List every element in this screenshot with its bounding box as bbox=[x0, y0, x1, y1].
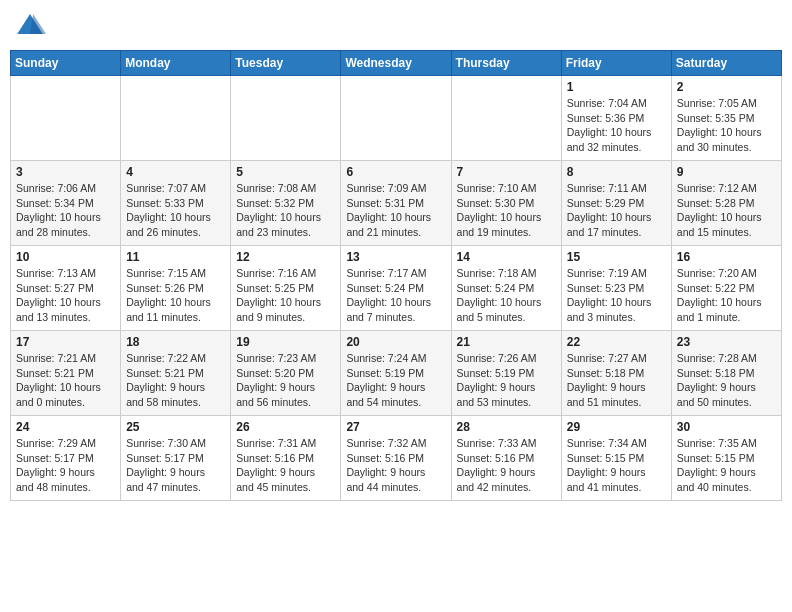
day-number: 18 bbox=[126, 335, 225, 349]
day-number: 5 bbox=[236, 165, 335, 179]
calendar-header-wednesday: Wednesday bbox=[341, 51, 451, 76]
calendar-cell: 17Sunrise: 7:21 AM Sunset: 5:21 PM Dayli… bbox=[11, 331, 121, 416]
day-info: Sunrise: 7:18 AM Sunset: 5:24 PM Dayligh… bbox=[457, 266, 556, 325]
day-number: 11 bbox=[126, 250, 225, 264]
day-number: 7 bbox=[457, 165, 556, 179]
day-number: 25 bbox=[126, 420, 225, 434]
calendar-cell: 29Sunrise: 7:34 AM Sunset: 5:15 PM Dayli… bbox=[561, 416, 671, 501]
day-number: 3 bbox=[16, 165, 115, 179]
day-number: 13 bbox=[346, 250, 445, 264]
day-number: 26 bbox=[236, 420, 335, 434]
day-info: Sunrise: 7:34 AM Sunset: 5:15 PM Dayligh… bbox=[567, 436, 666, 495]
calendar-week-4: 17Sunrise: 7:21 AM Sunset: 5:21 PM Dayli… bbox=[11, 331, 782, 416]
day-info: Sunrise: 7:06 AM Sunset: 5:34 PM Dayligh… bbox=[16, 181, 115, 240]
calendar-cell: 10Sunrise: 7:13 AM Sunset: 5:27 PM Dayli… bbox=[11, 246, 121, 331]
svg-marker-1 bbox=[30, 14, 46, 34]
day-number: 28 bbox=[457, 420, 556, 434]
day-number: 20 bbox=[346, 335, 445, 349]
day-number: 24 bbox=[16, 420, 115, 434]
day-number: 2 bbox=[677, 80, 776, 94]
calendar-cell: 26Sunrise: 7:31 AM Sunset: 5:16 PM Dayli… bbox=[231, 416, 341, 501]
day-number: 9 bbox=[677, 165, 776, 179]
calendar-cell: 27Sunrise: 7:32 AM Sunset: 5:16 PM Dayli… bbox=[341, 416, 451, 501]
calendar-cell bbox=[11, 76, 121, 161]
day-number: 29 bbox=[567, 420, 666, 434]
day-info: Sunrise: 7:08 AM Sunset: 5:32 PM Dayligh… bbox=[236, 181, 335, 240]
calendar-header-thursday: Thursday bbox=[451, 51, 561, 76]
day-number: 23 bbox=[677, 335, 776, 349]
day-info: Sunrise: 7:22 AM Sunset: 5:21 PM Dayligh… bbox=[126, 351, 225, 410]
calendar-header-row: SundayMondayTuesdayWednesdayThursdayFrid… bbox=[11, 51, 782, 76]
day-info: Sunrise: 7:23 AM Sunset: 5:20 PM Dayligh… bbox=[236, 351, 335, 410]
calendar-cell: 23Sunrise: 7:28 AM Sunset: 5:18 PM Dayli… bbox=[671, 331, 781, 416]
calendar-header-sunday: Sunday bbox=[11, 51, 121, 76]
day-number: 4 bbox=[126, 165, 225, 179]
calendar-cell: 28Sunrise: 7:33 AM Sunset: 5:16 PM Dayli… bbox=[451, 416, 561, 501]
day-number: 16 bbox=[677, 250, 776, 264]
day-info: Sunrise: 7:32 AM Sunset: 5:16 PM Dayligh… bbox=[346, 436, 445, 495]
day-number: 15 bbox=[567, 250, 666, 264]
day-number: 27 bbox=[346, 420, 445, 434]
day-number: 10 bbox=[16, 250, 115, 264]
calendar-cell: 24Sunrise: 7:29 AM Sunset: 5:17 PM Dayli… bbox=[11, 416, 121, 501]
day-info: Sunrise: 7:16 AM Sunset: 5:25 PM Dayligh… bbox=[236, 266, 335, 325]
day-info: Sunrise: 7:13 AM Sunset: 5:27 PM Dayligh… bbox=[16, 266, 115, 325]
calendar-cell: 19Sunrise: 7:23 AM Sunset: 5:20 PM Dayli… bbox=[231, 331, 341, 416]
calendar-cell: 1Sunrise: 7:04 AM Sunset: 5:36 PM Daylig… bbox=[561, 76, 671, 161]
day-info: Sunrise: 7:24 AM Sunset: 5:19 PM Dayligh… bbox=[346, 351, 445, 410]
calendar-cell bbox=[451, 76, 561, 161]
day-info: Sunrise: 7:04 AM Sunset: 5:36 PM Dayligh… bbox=[567, 96, 666, 155]
calendar-cell: 22Sunrise: 7:27 AM Sunset: 5:18 PM Dayli… bbox=[561, 331, 671, 416]
day-info: Sunrise: 7:09 AM Sunset: 5:31 PM Dayligh… bbox=[346, 181, 445, 240]
day-number: 14 bbox=[457, 250, 556, 264]
calendar-cell: 15Sunrise: 7:19 AM Sunset: 5:23 PM Dayli… bbox=[561, 246, 671, 331]
calendar-cell: 9Sunrise: 7:12 AM Sunset: 5:28 PM Daylig… bbox=[671, 161, 781, 246]
calendar-week-1: 1Sunrise: 7:04 AM Sunset: 5:36 PM Daylig… bbox=[11, 76, 782, 161]
calendar-cell: 30Sunrise: 7:35 AM Sunset: 5:15 PM Dayli… bbox=[671, 416, 781, 501]
calendar-table: SundayMondayTuesdayWednesdayThursdayFrid… bbox=[10, 50, 782, 501]
day-info: Sunrise: 7:17 AM Sunset: 5:24 PM Dayligh… bbox=[346, 266, 445, 325]
logo bbox=[14, 10, 50, 42]
calendar-cell: 6Sunrise: 7:09 AM Sunset: 5:31 PM Daylig… bbox=[341, 161, 451, 246]
calendar-cell bbox=[341, 76, 451, 161]
calendar-cell: 16Sunrise: 7:20 AM Sunset: 5:22 PM Dayli… bbox=[671, 246, 781, 331]
calendar-header-monday: Monday bbox=[121, 51, 231, 76]
calendar-header-friday: Friday bbox=[561, 51, 671, 76]
day-info: Sunrise: 7:21 AM Sunset: 5:21 PM Dayligh… bbox=[16, 351, 115, 410]
calendar-cell: 11Sunrise: 7:15 AM Sunset: 5:26 PM Dayli… bbox=[121, 246, 231, 331]
day-number: 12 bbox=[236, 250, 335, 264]
calendar-header-saturday: Saturday bbox=[671, 51, 781, 76]
day-number: 6 bbox=[346, 165, 445, 179]
day-number: 17 bbox=[16, 335, 115, 349]
day-number: 19 bbox=[236, 335, 335, 349]
day-info: Sunrise: 7:28 AM Sunset: 5:18 PM Dayligh… bbox=[677, 351, 776, 410]
calendar-week-3: 10Sunrise: 7:13 AM Sunset: 5:27 PM Dayli… bbox=[11, 246, 782, 331]
calendar-cell: 12Sunrise: 7:16 AM Sunset: 5:25 PM Dayli… bbox=[231, 246, 341, 331]
calendar-cell: 13Sunrise: 7:17 AM Sunset: 5:24 PM Dayli… bbox=[341, 246, 451, 331]
day-info: Sunrise: 7:33 AM Sunset: 5:16 PM Dayligh… bbox=[457, 436, 556, 495]
calendar-cell: 4Sunrise: 7:07 AM Sunset: 5:33 PM Daylig… bbox=[121, 161, 231, 246]
calendar-cell bbox=[231, 76, 341, 161]
calendar-cell: 18Sunrise: 7:22 AM Sunset: 5:21 PM Dayli… bbox=[121, 331, 231, 416]
calendar-cell: 7Sunrise: 7:10 AM Sunset: 5:30 PM Daylig… bbox=[451, 161, 561, 246]
day-info: Sunrise: 7:29 AM Sunset: 5:17 PM Dayligh… bbox=[16, 436, 115, 495]
calendar-cell: 3Sunrise: 7:06 AM Sunset: 5:34 PM Daylig… bbox=[11, 161, 121, 246]
day-info: Sunrise: 7:15 AM Sunset: 5:26 PM Dayligh… bbox=[126, 266, 225, 325]
day-info: Sunrise: 7:05 AM Sunset: 5:35 PM Dayligh… bbox=[677, 96, 776, 155]
calendar-week-2: 3Sunrise: 7:06 AM Sunset: 5:34 PM Daylig… bbox=[11, 161, 782, 246]
day-info: Sunrise: 7:30 AM Sunset: 5:17 PM Dayligh… bbox=[126, 436, 225, 495]
calendar-cell: 21Sunrise: 7:26 AM Sunset: 5:19 PM Dayli… bbox=[451, 331, 561, 416]
day-info: Sunrise: 7:27 AM Sunset: 5:18 PM Dayligh… bbox=[567, 351, 666, 410]
day-number: 8 bbox=[567, 165, 666, 179]
page-header bbox=[10, 10, 782, 42]
calendar-cell: 20Sunrise: 7:24 AM Sunset: 5:19 PM Dayli… bbox=[341, 331, 451, 416]
calendar-header-tuesday: Tuesday bbox=[231, 51, 341, 76]
calendar-cell: 14Sunrise: 7:18 AM Sunset: 5:24 PM Dayli… bbox=[451, 246, 561, 331]
day-info: Sunrise: 7:19 AM Sunset: 5:23 PM Dayligh… bbox=[567, 266, 666, 325]
day-info: Sunrise: 7:26 AM Sunset: 5:19 PM Dayligh… bbox=[457, 351, 556, 410]
day-number: 21 bbox=[457, 335, 556, 349]
calendar-cell: 2Sunrise: 7:05 AM Sunset: 5:35 PM Daylig… bbox=[671, 76, 781, 161]
day-number: 1 bbox=[567, 80, 666, 94]
logo-icon bbox=[14, 10, 46, 42]
day-info: Sunrise: 7:12 AM Sunset: 5:28 PM Dayligh… bbox=[677, 181, 776, 240]
